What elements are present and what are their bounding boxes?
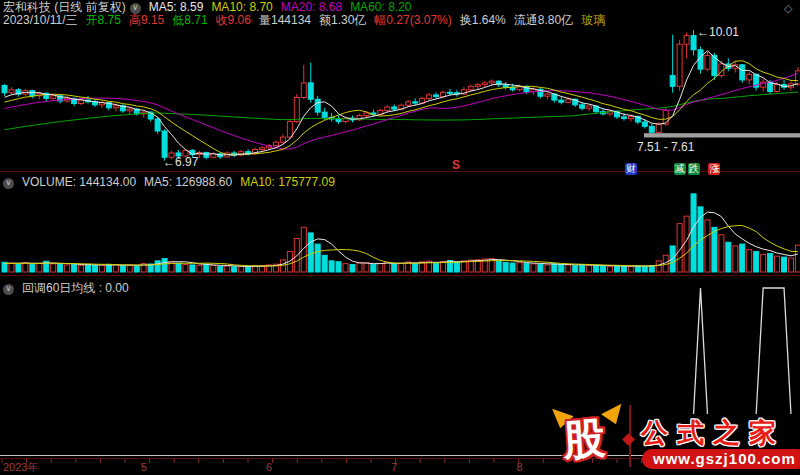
high-price-annotation: ←10.01 <box>697 25 739 39</box>
quote-info-label: 玻璃 <box>581 13 605 27</box>
sell-signal-marker: S <box>452 158 460 172</box>
volume-value-label: MA10: 175777.09 <box>240 175 335 189</box>
chevron-down-icon[interactable]: ∨ <box>3 284 14 295</box>
axis-label: 8 <box>516 461 522 473</box>
low-price-annotation: ←6.97 <box>163 155 198 169</box>
event-badge-减[interactable]: 减 <box>674 163 686 175</box>
ma-value-label: MA60: 8.20 <box>350 0 411 14</box>
ma-values: MA5: 8.59MA10: 8.70MA20: 8.68MA60: 8.20 <box>149 0 420 14</box>
price-band-annotation: 7.51 - 7.61 <box>637 140 694 154</box>
quote-info-label: 量144134 <box>259 13 311 27</box>
event-badge-财[interactable]: 财 <box>625 163 637 175</box>
stock-title: 宏和科技 (日线 前复权) <box>3 0 126 14</box>
indicator-spike <box>694 288 708 414</box>
quote-info-label: 幅0.27(3.07%) <box>374 13 451 27</box>
volume-series <box>2 194 800 272</box>
axis-label: 2023年 <box>3 461 38 473</box>
volume-value-label: VOLUME: 144134.00 <box>22 175 136 189</box>
volume-values: VOLUME: 144134.00MA5: 126988.60MA10: 175… <box>22 175 343 189</box>
axis-label: 6 <box>266 461 272 473</box>
axis-label: 7 <box>391 461 397 473</box>
bull-logo-icon: 股 <box>553 407 621 471</box>
diamond-icon[interactable]: ◇ <box>784 2 792 15</box>
price-band <box>644 133 800 137</box>
quote-info-label: 换1.64% <box>460 13 506 27</box>
indicator-pane-header: ∨回调60日均线 : 0.00 <box>3 280 137 297</box>
bull-horn-right-icon <box>601 398 627 425</box>
quote-info-label: 2023/10/11/三 <box>3 13 78 27</box>
stock-chart-app: 2023年5678 宏和科技 (日线 前复权)∨MA5: 8.59MA10: 8… <box>0 0 800 475</box>
quote-info-label: 高9.15 <box>129 13 164 27</box>
quote-info-label: 开8.75 <box>86 13 121 27</box>
ma-value-label: MA5: 8.59 <box>149 0 204 14</box>
volume-pane-header: ∨VOLUME: 144134.00MA5: 126988.60MA10: 17… <box>3 175 351 189</box>
axis-label: 5 <box>141 461 147 473</box>
quote-info: 2023/10/11/三开8.75高9.15低8.71收9.06量144134额… <box>3 13 613 27</box>
watermark-url: www.gszj100.com <box>642 449 800 469</box>
quote-info-label: 低8.71 <box>172 13 207 27</box>
quote-info-label: 额1.30亿 <box>319 13 366 27</box>
diamond-bullet-icon <box>622 433 635 446</box>
indicator-spike <box>756 288 791 414</box>
quote-info-label: 流通8.80亿 <box>514 13 573 27</box>
volume-value-label: MA5: 126988.60 <box>144 175 232 189</box>
event-badge-跌[interactable]: 跌 <box>688 163 700 175</box>
quote-info-label: 收9.06 <box>216 13 251 27</box>
watermark-site-name: 公式之家 <box>641 415 785 451</box>
chevron-down-icon[interactable]: ∨ <box>3 178 14 189</box>
ma-value-label: MA20: 8.68 <box>281 0 342 14</box>
header-row-2: 2023/10/11/三开8.75高9.15低8.71收9.06量144134额… <box>3 14 621 27</box>
logo-character: 股 <box>561 410 607 469</box>
indicator-label: 回调60日均线 : 0.00 <box>22 281 129 295</box>
event-badge-涨[interactable]: 涨 <box>708 163 720 175</box>
ma-value-label: MA10: 8.70 <box>211 0 272 14</box>
watermark: 股 公式之家 www.gszj100.com <box>545 397 800 475</box>
